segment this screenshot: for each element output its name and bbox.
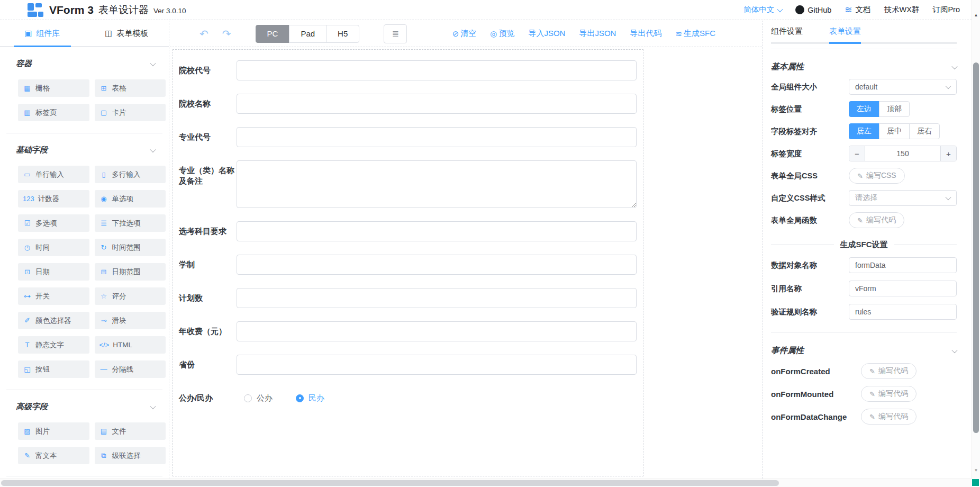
widget-table[interactable]: ⊞表格 [95,79,166,97]
export-json-action[interactable]: 导出JSON [579,29,616,39]
chevron-down-icon[interactable] [150,146,156,152]
vertical-scrollbar[interactable]: ▲ ▼ [972,0,980,479]
widget-time-range[interactable]: ↻时间范围 [95,239,166,256]
data-object-name-input[interactable] [849,257,957,273]
widget-select[interactable]: ☰下拉选项 [95,214,166,232]
widget-switch[interactable]: ⊶开关 [18,287,89,305]
widget-static-text[interactable]: T静态文字 [18,336,89,354]
export-code-label: 导出代码 [630,29,661,39]
form-css-button[interactable]: ✎编写CSS [849,168,905,184]
field-input-study-years[interactable] [237,255,637,275]
device-tab-h5[interactable]: H5 [326,25,359,43]
setting-control: 请选择 [849,190,957,206]
button-label: 编写代码 [878,366,908,376]
undo-icon[interactable]: ↶ [199,29,208,39]
rules-name-input[interactable] [849,304,957,320]
device-tab-pc[interactable]: PC [256,25,290,43]
divider [6,133,162,133]
subscribe-pro-link[interactable]: 订阅Pro [932,5,960,15]
plus-icon[interactable]: + [940,146,956,161]
sidebar-tab-templates[interactable]: ◫表单模板 [85,21,169,46]
redo-icon[interactable]: ↷ [222,29,231,39]
settings-panel: 组件设置表单设置 基本属性 全局组件大小default标签位置左边顶部字段标签对… [762,21,972,479]
widget-picture-upload[interactable]: ▨图片 [18,422,89,440]
node-tree-button[interactable]: ≣ [384,24,407,43]
chevron-down-icon [951,347,957,353]
radio-option-public[interactable]: 公办 [244,393,273,403]
button-label: 编写代码 [878,389,908,399]
widget-slider[interactable]: ⊸滑块 [95,312,166,329]
widget-rate[interactable]: ☆评分 [95,287,166,305]
widget-color[interactable]: ✐颜色选择器 [18,312,89,329]
ref-name-input[interactable] [849,281,957,296]
label-position-option[interactable]: 左边 [849,101,879,117]
form-widget-container[interactable]: 院校代号院校名称专业代号专业（类）名称及备注选考科目要求学制计划数年收费（元）省… [173,49,643,476]
settings-tab-widget-settings[interactable]: 组件设置 [771,21,803,42]
export-code-action[interactable]: 导出代码 [630,29,661,39]
clear-action[interactable]: ⊘清空 [452,29,477,39]
tab-icon: ▥ [23,109,32,116]
widget-divider[interactable]: —分隔线 [95,360,166,378]
onFormMounted-edit-button[interactable]: ✎编写代码 [861,386,917,402]
widget-html-text[interactable]: </>HTML [95,336,166,354]
horizontal-scrollbar-thumb[interactable] [1,480,779,486]
widget-checkbox[interactable]: ☑多选项 [18,214,89,232]
generate-sfc-action[interactable]: ≋生成SFC [675,29,715,39]
widget-tab[interactable]: ▥标签页 [18,104,89,121]
scroll-down-arrow-icon[interactable]: ▼ [972,468,980,473]
widget-date[interactable]: ⊡日期 [18,263,89,281]
widget-file-upload[interactable]: ▤文件 [95,422,166,440]
preview-action[interactable]: ◎预览 [490,29,514,39]
field-input-college-code[interactable] [237,60,637,80]
field-input-subject-requirement[interactable] [237,221,637,241]
widget-time[interactable]: ◷时间 [18,239,89,256]
docs-link[interactable]: ≋文档 [845,5,870,15]
language-label: 简体中文 [743,5,774,15]
label-align-option[interactable]: 居中 [879,123,910,139]
widget-card[interactable]: ▢卡片 [95,104,166,121]
custom-css-select[interactable]: 请选择 [849,190,957,206]
widget-radio[interactable]: ◉单选项 [95,190,166,208]
field-input-annual-fee[interactable] [237,321,637,341]
label-align-option[interactable]: 居左 [849,123,879,139]
radio-option-private[interactable]: 民办 [296,393,324,403]
form-functions-button[interactable]: ✎编写代码 [849,212,904,228]
onFormCreated-edit-button[interactable]: ✎编写代码 [861,363,917,379]
field-textarea-major-name-remark[interactable] [237,160,637,208]
widget-input[interactable]: ▭单行输入 [18,166,89,183]
sidebar-tab-widgets[interactable]: ▣组件库 [0,21,85,46]
event-props-header[interactable]: 事件属性 [771,345,957,356]
language-select[interactable]: 简体中文 [743,5,782,15]
vertical-scrollbar-thumb[interactable] [973,62,979,433]
chevron-down-icon[interactable] [150,403,156,409]
settings-tab-form-settings[interactable]: 表单设置 [829,21,861,42]
minus-icon[interactable]: − [849,146,865,161]
label-position-option[interactable]: 顶部 [879,101,910,117]
onFormDataChange-edit-button[interactable]: ✎编写代码 [861,409,917,425]
widget-button[interactable]: ◱按钮 [18,360,89,378]
global-size-select[interactable]: default [849,79,957,95]
basic-props-title: 基本属性 [771,61,804,73]
widget-textarea[interactable]: ▯多行输入 [95,166,166,183]
widget-date-range[interactable]: ⊟日期范围 [95,263,166,281]
field-label: 院校代号 [179,60,237,80]
field-input-plan-count[interactable] [237,288,637,308]
time-icon: ◷ [23,244,32,251]
label-align-option[interactable]: 居右 [909,123,940,139]
widget-cascader[interactable]: ⧉级联选择 [95,447,166,464]
widget-rich-editor[interactable]: ✎富文本 [18,447,89,464]
device-tab-pad[interactable]: Pad [289,25,326,43]
basic-props-header[interactable]: 基本属性 [771,61,957,73]
scroll-up-arrow-icon[interactable]: ▲ [972,13,980,17]
field-input-college-name[interactable] [237,94,637,114]
horizontal-scrollbar[interactable] [0,479,972,487]
edit-icon: ✎ [869,391,875,398]
github-link[interactable]: GitHub [795,5,831,14]
wx-group-link[interactable]: 技术WX群 [884,5,920,15]
import-json-action[interactable]: 导入JSON [528,29,565,39]
chevron-down-icon[interactable] [150,60,156,66]
field-input-major-code[interactable] [237,127,637,147]
widget-grid[interactable]: ▦栅格 [18,79,89,97]
field-input-province[interactable] [237,355,637,375]
widget-number[interactable]: 123计数器 [18,190,89,208]
